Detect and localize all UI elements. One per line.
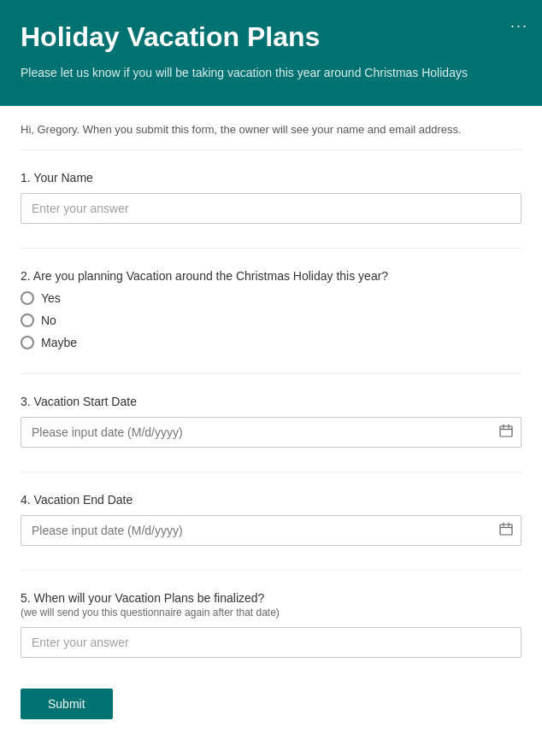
divider-4 xyxy=(21,570,521,571)
radio-label-maybe: Maybe xyxy=(41,336,77,349)
divider-3 xyxy=(21,472,521,472)
vacation-end-date-wrapper xyxy=(21,515,521,546)
question-3-block: 3. Vacation Start Date xyxy=(21,395,521,448)
question-5-label: 5. When will your Vacation Plans be fina… xyxy=(21,591,521,618)
header-subtitle: Please let us know if you will be taking… xyxy=(21,65,521,82)
radio-label-yes: Yes xyxy=(41,291,61,305)
vacation-start-date-input[interactable] xyxy=(21,417,521,448)
radio-circle-yes xyxy=(21,291,34,305)
radio-circle-no xyxy=(21,314,34,327)
radio-label-no: No xyxy=(41,314,56,327)
divider-1 xyxy=(21,248,521,249)
radio-option-yes[interactable]: Yes xyxy=(21,291,521,305)
question-4-label: 4. Vacation End Date xyxy=(21,493,521,507)
question-5-block: 5. When will your Vacation Plans be fina… xyxy=(21,591,521,658)
page-title: Holiday Vacation Plans xyxy=(21,21,521,53)
vacation-start-date-wrapper xyxy=(21,417,521,448)
vacation-end-date-input[interactable] xyxy=(21,515,521,546)
question-3-label: 3. Vacation Start Date xyxy=(21,395,521,408)
radio-option-maybe[interactable]: Maybe xyxy=(21,336,521,349)
page-wrapper: Holiday Vacation Plans Please let us kno… xyxy=(0,0,542,756)
radio-circle-maybe xyxy=(21,336,34,349)
form-body: Hi, Gregory. When you submit this form, … xyxy=(0,106,542,756)
form-header: Holiday Vacation Plans Please let us kno… xyxy=(0,0,542,106)
question-1-block: 1. Your Name xyxy=(21,171,521,224)
question-4-block: 4. Vacation End Date xyxy=(21,493,521,546)
question-1-label: 1. Your Name xyxy=(21,171,521,185)
radio-option-no[interactable]: No xyxy=(21,314,521,327)
question-5-sublabel: (we will send you this questionnaire aga… xyxy=(21,607,521,618)
info-text: Hi, Gregory. When you submit this form, … xyxy=(21,123,521,150)
your-name-input[interactable] xyxy=(21,193,521,224)
submit-button[interactable]: Submit xyxy=(21,689,113,719)
question-2-block: 2. Are you planning Vacation around the … xyxy=(21,269,521,349)
question-2-label: 2. Are you planning Vacation around the … xyxy=(21,269,521,283)
radio-group: Yes No Maybe xyxy=(21,291,521,349)
header-menu-icon[interactable]: ... xyxy=(510,14,528,32)
divider-2 xyxy=(21,373,521,374)
finalized-date-input[interactable] xyxy=(21,627,521,658)
